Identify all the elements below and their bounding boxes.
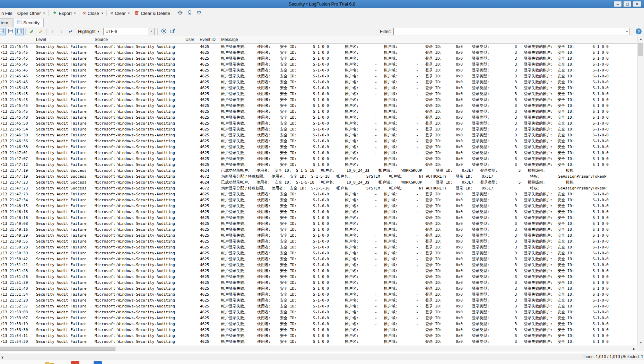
- column-divider[interactable]: [93, 37, 93, 43]
- maximize-button[interactable]: □: [623, 1, 632, 7]
- table-row[interactable]: /13 21:47:23Security Audit SuccessMicros…: [0, 185, 637, 191]
- table-row[interactable]: /13 21:51:40Security Audit FailureMicros…: [0, 286, 637, 291]
- filter-input[interactable]: [393, 28, 629, 35]
- highlight-yellow-button[interactable]: [36, 28, 45, 35]
- table-row[interactable]: /13 21:48:16Security Audit FailureMicros…: [0, 209, 637, 215]
- view-grid-toggle-3[interactable]: [15, 28, 24, 35]
- table-row[interactable]: /13 21:47:12Security Audit FailureMicros…: [0, 162, 637, 168]
- table-row[interactable]: /13 21:51:21Security Audit FailureMicros…: [0, 262, 637, 268]
- table-row[interactable]: /13 21:45:45Security Audit FailureMicros…: [0, 85, 637, 91]
- table-row[interactable]: /13 21:53:03Security Audit FailureMicros…: [0, 309, 637, 315]
- table-row[interactable]: /13 21:45:45Security Audit FailureMicros…: [0, 50, 637, 56]
- table-row[interactable]: /13 21:46:30Security Audit FailureMicros…: [0, 132, 637, 138]
- table-row[interactable]: /13 21:46:38Security Audit FailureMicros…: [0, 144, 637, 150]
- table-row[interactable]: /13 21:50:42Security Audit FailureMicros…: [0, 256, 637, 262]
- open-file-button[interactable]: n File: [0, 9, 15, 17]
- scroll-down-button[interactable]: ▼: [638, 340, 644, 346]
- scroll-up-button[interactable]: ▲: [638, 36, 644, 42]
- column-header-level[interactable]: Level: [36, 36, 46, 43]
- help-button[interactable]: ?: [636, 28, 642, 34]
- next-match-button[interactable]: ↓: [58, 28, 66, 35]
- table-row[interactable]: /13 21:49:55Security Audit FailureMicros…: [0, 238, 637, 244]
- table-row[interactable]: /13 21:49:08Security Audit FailureMicros…: [0, 221, 637, 227]
- goto-line-button[interactable]: ↵: [67, 28, 75, 35]
- table-row[interactable]: /13 21:47:07Security Audit FailureMicros…: [0, 156, 637, 162]
- open-external-button[interactable]: [168, 28, 177, 35]
- tab-security[interactable]: Security: [13, 18, 44, 27]
- table-row[interactable]: /13 21:47:19Security Audit SuccessMicros…: [0, 173, 637, 179]
- table-row[interactable]: /13 21:45:45Security Audit FailureMicros…: [0, 73, 637, 79]
- favorite-button[interactable]: [194, 9, 204, 17]
- pause-tailing-button[interactable]: [159, 28, 168, 35]
- export-button[interactable]: Export ▾: [50, 9, 78, 17]
- table-row[interactable]: /13 21:45:45Security Audit FailureMicros…: [0, 44, 637, 50]
- table-row[interactable]: /13 21:46:36Security Audit FailureMicros…: [0, 138, 637, 144]
- table-row[interactable]: /13 21:45:54Security Audit FailureMicros…: [0, 126, 637, 132]
- table-row[interactable]: /13 21:52:20Security Audit FailureMicros…: [0, 297, 637, 303]
- red-app-icon[interactable]: [71, 361, 79, 364]
- highlight-button[interactable]: Highlight ▾: [75, 28, 102, 35]
- table-row[interactable]: /13 21:53:30Security Audit FailureMicros…: [0, 327, 637, 333]
- table-row[interactable]: /13 21:51:54Security Audit FailureMicros…: [0, 291, 637, 297]
- vertical-scroll-thumb[interactable]: [638, 43, 643, 56]
- table-row[interactable]: /13 21:50:28Security Audit FailureMicros…: [0, 244, 637, 250]
- column-divider[interactable]: [184, 37, 184, 43]
- table-row[interactable]: /13 21:47:23Security Audit SuccessMicros…: [0, 179, 637, 185]
- close-log-button[interactable]: × Close ▾: [80, 9, 105, 17]
- table-row[interactable]: /13 21:53:07Security Audit FailureMicros…: [0, 315, 637, 321]
- view-grid-toggle-1[interactable]: [0, 28, 6, 35]
- tab-system[interactable]: tem: [0, 18, 12, 27]
- table-row[interactable]: /13 21:45:50Security Audit FailureMicros…: [0, 120, 637, 126]
- table-row[interactable]: /13 21:49:29Security Audit FailureMicros…: [0, 232, 637, 238]
- close-button[interactable]: ×: [633, 1, 641, 7]
- folder-icon[interactable]: [45, 361, 55, 364]
- column-header-message[interactable]: Message: [221, 36, 238, 43]
- table-row[interactable]: /13 21:51:23Security Audit FailureMicros…: [0, 268, 637, 274]
- blue-app-icon[interactable]: [94, 361, 102, 364]
- horizontal-scrollbar[interactable]: ▶: [0, 346, 637, 352]
- table-row[interactable]: /13 21:45:45Security Audit FailureMicros…: [0, 97, 637, 103]
- column-header-source[interactable]: Source: [95, 36, 108, 43]
- previous-match-button[interactable]: ↑: [49, 28, 57, 35]
- table-row[interactable]: /13 21:47:34Security Audit FailureMicros…: [0, 197, 637, 203]
- filter-dropdown-icon[interactable]: ▾: [626, 30, 628, 33]
- table-row[interactable]: /13 21:47:01Security Audit FailureMicros…: [0, 150, 637, 156]
- table-row[interactable]: /13 21:47:19Security Audit SuccessMicros…: [0, 168, 637, 173]
- table-row[interactable]: /13 21:49:16Security Audit FailureMicros…: [0, 227, 637, 232]
- settings-button[interactable]: [175, 9, 185, 17]
- column-header-event-id[interactable]: Event ID: [200, 36, 216, 43]
- table-row[interactable]: /13 21:50:39Security Audit FailureMicros…: [0, 250, 637, 256]
- table-row[interactable]: /13 21:48:15Security Audit FailureMicros…: [0, 203, 637, 209]
- table-row[interactable]: /13 21:51:39Security Audit FailureMicros…: [0, 280, 637, 286]
- highlight-green-button[interactable]: [27, 28, 36, 35]
- minimize-button[interactable]: –: [613, 1, 622, 7]
- scroll-right-button[interactable]: ▶: [631, 346, 637, 352]
- column-divider[interactable]: [219, 37, 219, 43]
- column-divider[interactable]: [198, 37, 198, 43]
- table-row[interactable]: /13 21:51:26Security Audit FailureMicros…: [0, 274, 637, 280]
- table-row[interactable]: /13 21:48:18Security Audit FailureMicros…: [0, 215, 637, 221]
- table-row[interactable]: /13 21:52:37Security Audit FailureMicros…: [0, 303, 637, 309]
- column-divider[interactable]: [35, 37, 35, 43]
- table-row[interactable]: /13 21:45:45Security Audit FailureMicros…: [0, 61, 637, 67]
- table-row[interactable]: /13 21:54:11Security Audit FailureMicros…: [0, 333, 637, 339]
- horizontal-scroll-thumb[interactable]: [0, 347, 115, 351]
- table-row[interactable]: /13 21:45:45Security Audit FailureMicros…: [0, 67, 637, 73]
- clear-delete-button[interactable]: Clear & Delete: [132, 9, 173, 17]
- table-row[interactable]: /13 21:45:45Security Audit FailureMicros…: [0, 91, 637, 97]
- clear-button[interactable]: × Clear ▾: [108, 9, 132, 17]
- tips-button[interactable]: [185, 9, 194, 17]
- table-row[interactable]: /13 21:45:45Security Audit FailureMicros…: [0, 79, 637, 85]
- view-grid-toggle-2[interactable]: [6, 28, 15, 35]
- table-row[interactable]: /13 21:47:23Security Audit FailureMicros…: [0, 191, 637, 197]
- table-row[interactable]: /13 21:45:45Security Audit FailureMicros…: [0, 56, 637, 61]
- table-row[interactable]: /13 21:45:48Security Audit FailureMicros…: [0, 115, 637, 120]
- encoding-select[interactable]: UTF-8 ▼: [103, 28, 155, 35]
- table-row[interactable]: /13 21:45:45Security Audit FailureMicros…: [0, 103, 637, 109]
- open-other-button[interactable]: Open Other ▾: [15, 9, 47, 17]
- column-header-user[interactable]: User: [185, 36, 194, 43]
- vertical-scrollbar[interactable]: ▲ ▼: [637, 36, 644, 346]
- table-row[interactable]: /13 21:45:45Security Audit FailureMicros…: [0, 109, 637, 115]
- table-row[interactable]: /13 21:53:19Security Audit FailureMicros…: [0, 321, 637, 327]
- table-row[interactable]: /13 21:54:20Security Audit FailureMicros…: [0, 339, 637, 345]
